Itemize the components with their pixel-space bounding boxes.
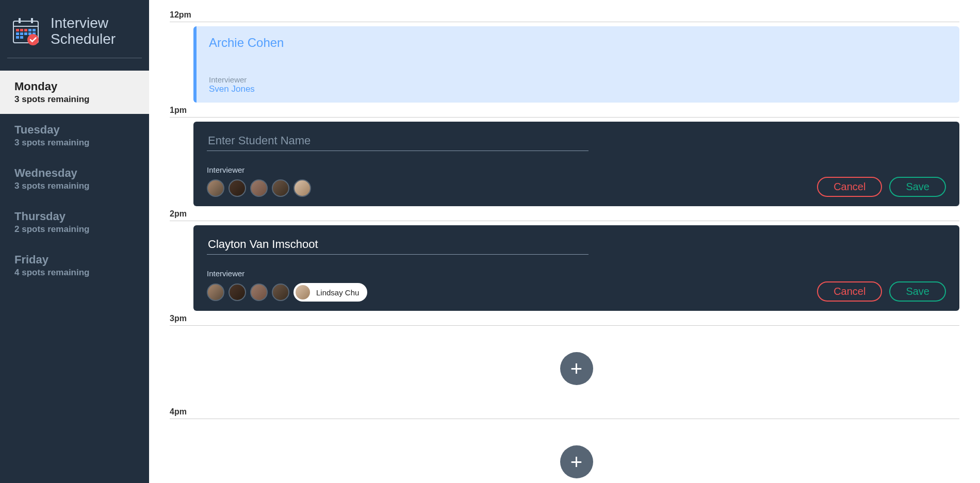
svg-rect-3 <box>31 18 33 23</box>
cancel-button[interactable]: Cancel <box>817 177 882 197</box>
interviewer-selected-pill[interactable]: Lindsay Chu <box>293 283 367 302</box>
day-item-friday[interactable]: Friday 4 spots remaining <box>0 244 149 287</box>
interviewer-avatar[interactable] <box>272 284 289 301</box>
interviewer-avatar <box>295 284 311 301</box>
selected-interviewer-name: Lindsay Chu <box>316 288 359 297</box>
slot-4pm: 4pm + <box>170 407 959 483</box>
student-name-input[interactable] <box>207 132 589 151</box>
slot-12pm: 12pm Archie Cohen Interviewer Sven Jones <box>170 10 959 103</box>
day-name: Tuesday <box>14 123 135 137</box>
interviewer-avatar[interactable] <box>250 179 268 197</box>
day-spots: 3 spots remaining <box>14 181 135 191</box>
student-name: Archie Cohen <box>209 36 947 50</box>
svg-rect-15 <box>20 36 23 39</box>
day-name: Friday <box>14 253 135 267</box>
day-name: Wednesday <box>14 166 135 180</box>
save-button[interactable]: Save <box>889 281 946 302</box>
time-label: 2pm <box>170 209 959 219</box>
day-item-wednesday[interactable]: Wednesday 3 spots remaining <box>0 157 149 201</box>
app-title: Interview Scheduler <box>51 15 116 47</box>
svg-rect-6 <box>24 29 27 31</box>
time-label: 4pm <box>170 407 959 417</box>
schedule: 12pm Archie Cohen Interviewer Sven Jones… <box>149 0 980 483</box>
svg-rect-9 <box>16 32 19 35</box>
plus-icon: + <box>570 451 582 474</box>
sidebar: Interview Scheduler Monday 3 spots remai… <box>0 0 149 483</box>
slot-separator <box>170 419 959 419</box>
day-list: Monday 3 spots remaining Tuesday 3 spots… <box>0 71 149 287</box>
time-label: 1pm <box>170 106 959 115</box>
plus-icon: + <box>570 357 582 380</box>
day-item-tuesday[interactable]: Tuesday 3 spots remaining <box>0 114 149 157</box>
day-item-monday[interactable]: Monday 3 spots remaining <box>0 71 149 114</box>
interviewer-avatar[interactable] <box>207 179 224 197</box>
interviewer-avatar[interactable] <box>228 284 246 301</box>
time-label: 12pm <box>170 10 959 20</box>
svg-rect-7 <box>28 29 31 31</box>
calendar-check-icon <box>10 16 41 47</box>
sidebar-divider <box>7 58 142 58</box>
svg-rect-5 <box>20 29 23 31</box>
appointment-card-empty: + <box>193 423 959 483</box>
slot-separator <box>170 325 959 326</box>
add-appointment-button[interactable]: + <box>560 352 593 385</box>
svg-rect-8 <box>32 29 36 31</box>
interviewer-avatar[interactable] <box>228 179 246 197</box>
day-spots: 3 spots remaining <box>14 94 135 105</box>
interviewer-label: Interviewer <box>209 75 947 84</box>
svg-point-16 <box>27 34 39 45</box>
slot-1pm: 1pm Interviewer Cancel Save <box>170 106 959 206</box>
interviewer-label: Interviewer <box>207 165 589 174</box>
slot-3pm: 3pm + <box>170 314 959 407</box>
day-item-thursday[interactable]: Thursday 2 spots remaining <box>0 201 149 244</box>
student-name-input[interactable] <box>207 236 589 255</box>
day-name: Thursday <box>14 210 135 223</box>
add-appointment-button[interactable]: + <box>560 445 593 478</box>
interviewer-avatar[interactable] <box>250 284 268 301</box>
interviewer-avatar[interactable] <box>272 179 289 197</box>
svg-rect-10 <box>20 32 23 35</box>
day-spots: 2 spots remaining <box>14 224 135 235</box>
day-name: Monday <box>14 80 135 93</box>
appointment-card-show[interactable]: Archie Cohen Interviewer Sven Jones <box>193 26 959 103</box>
slot-separator <box>170 117 959 118</box>
interviewer-list: Lindsay Chu <box>207 283 589 302</box>
slot-2pm: 2pm Interviewer Lindsay Chu Cancel <box>170 209 959 311</box>
appointment-card-form: Interviewer Cancel Save <box>193 122 959 206</box>
svg-rect-11 <box>24 32 27 35</box>
interviewer-list <box>207 179 589 197</box>
app-title-line2: Scheduler <box>51 31 116 47</box>
svg-rect-14 <box>16 36 19 39</box>
app-title-line1: Interview <box>51 15 116 31</box>
svg-rect-2 <box>19 18 21 23</box>
svg-rect-4 <box>16 29 19 31</box>
cancel-button[interactable]: Cancel <box>817 281 882 302</box>
slot-separator <box>170 221 959 221</box>
interviewer-avatar[interactable] <box>207 284 224 301</box>
appointment-card-empty: + <box>193 330 959 407</box>
day-spots: 3 spots remaining <box>14 138 135 148</box>
interviewer-avatar[interactable] <box>293 179 311 197</box>
time-label: 3pm <box>170 314 959 323</box>
slot-separator <box>170 22 959 22</box>
interviewer-label: Interviewer <box>207 269 589 278</box>
day-spots: 4 spots remaining <box>14 268 135 278</box>
interviewer-name: Sven Jones <box>209 84 947 94</box>
save-button[interactable]: Save <box>889 177 946 197</box>
appointment-card-form: Interviewer Lindsay Chu Cancel Save <box>193 225 959 311</box>
sidebar-header: Interview Scheduler <box>0 0 149 58</box>
